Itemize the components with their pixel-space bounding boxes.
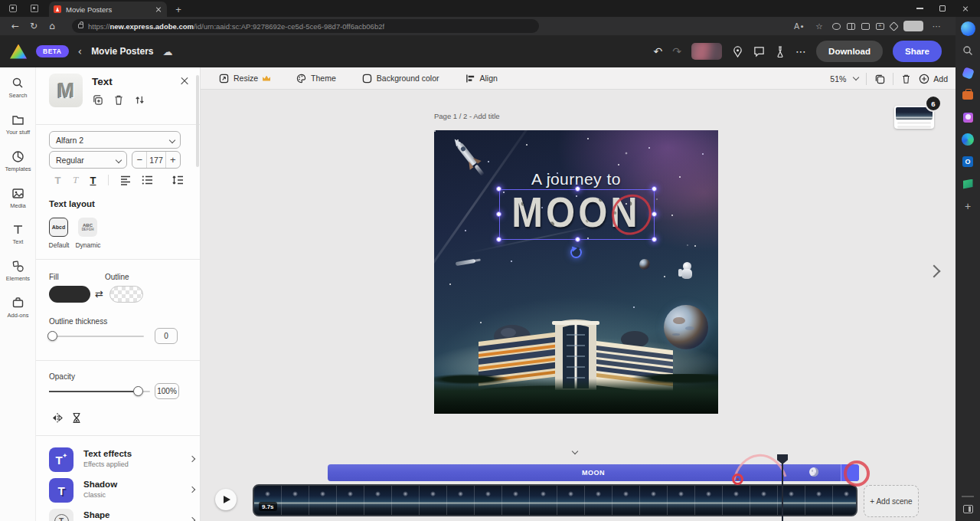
filmstrip-frame[interactable] [530, 486, 557, 515]
zoom-value[interactable]: 51% [830, 74, 846, 84]
filmstrip-frame[interactable] [640, 486, 668, 515]
shape-row[interactable]: T Shape [49, 509, 201, 521]
share-button[interactable]: Share [893, 41, 942, 62]
outline-color-swatch[interactable] [109, 286, 143, 303]
swap-fill-outline-icon[interactable]: ⇄ [95, 288, 103, 300]
align-text-icon[interactable] [119, 175, 132, 185]
document-title[interactable]: Movie Posters [91, 46, 153, 57]
opacity-slider[interactable] [49, 391, 150, 392]
delete-page-icon[interactable] [901, 74, 911, 84]
resize-button[interactable]: Resize [219, 74, 270, 84]
underline-button[interactable]: T [84, 175, 102, 186]
sidebar-item-media[interactable]: Media [0, 187, 36, 209]
tab-actions-icon[interactable] [26, 2, 43, 15]
sidebar-item-text[interactable]: Text [0, 223, 36, 245]
page-label[interactable]: Page 1 / 2 - Add title [434, 112, 500, 120]
panel-close-icon[interactable] [180, 77, 189, 86]
filmstrip-frame[interactable] [585, 486, 612, 515]
sidebar-item-templates[interactable]: Templates [0, 150, 36, 172]
duplicate-icon[interactable] [92, 94, 103, 106]
back-icon[interactable]: ← [6, 21, 24, 31]
settings-more-icon[interactable]: ⋯ [929, 21, 943, 31]
delete-icon[interactable] [113, 94, 124, 106]
credits-chip[interactable] [691, 43, 722, 60]
filmstrip-frame[interactable] [805, 486, 833, 515]
filmstrip-frame[interactable] [392, 486, 420, 515]
hourglass-icon[interactable] [71, 412, 82, 424]
undo-icon[interactable]: ↶ [654, 45, 663, 57]
selection-handle-nw[interactable] [496, 186, 501, 192]
layout-dynamic-tile[interactable]: ABC DEFGH [78, 218, 97, 237]
selection-handle-n[interactable] [575, 186, 580, 192]
collapse-timeline-button[interactable] [569, 449, 581, 457]
tab-close-icon[interactable] [155, 5, 162, 13]
list-icon[interactable] [141, 175, 153, 185]
pages-stack[interactable]: 6 [894, 100, 937, 133]
home-icon[interactable]: ⌂ [43, 21, 61, 31]
sidebar-search-icon[interactable] [960, 43, 975, 58]
favorites-bar-icon[interactable] [861, 23, 870, 30]
add-page-button[interactable]: Add [919, 74, 948, 84]
selection-handle-w[interactable] [496, 211, 501, 217]
playhead[interactable] [782, 457, 783, 521]
layout-default-tile[interactable]: Abcd [49, 218, 68, 237]
filmstrip[interactable]: 9.7s [253, 484, 858, 516]
selection-handle-e[interactable] [652, 211, 657, 217]
tools-icon[interactable] [960, 87, 975, 103]
line-spacing-icon[interactable] [172, 175, 184, 185]
filmstrip-frame[interactable] [309, 486, 337, 515]
designer-icon[interactable] [960, 65, 975, 80]
bold-button[interactable]: T [49, 175, 67, 186]
copilot-icon[interactable] [960, 21, 975, 36]
sidebar-item-add-ons[interactable]: Add-ons [0, 297, 36, 319]
filmstrip-frame[interactable] [557, 486, 585, 515]
customize-sidebar-icon[interactable] [963, 505, 973, 513]
split-screen-icon[interactable] [847, 23, 855, 30]
favorites-icon[interactable]: ☆ [812, 21, 826, 31]
selection-handle-sw[interactable] [496, 237, 501, 242]
people-icon[interactable] [960, 110, 975, 125]
play-button[interactable] [215, 489, 237, 510]
filmstrip-frame[interactable] [364, 486, 392, 515]
more-options-icon[interactable]: ⋯ [795, 45, 806, 57]
slider-thumb[interactable] [47, 331, 57, 341]
filmstrip-frame[interactable] [750, 486, 778, 515]
suggestions-bulb-icon[interactable] [732, 46, 743, 57]
rotate-handle[interactable] [570, 247, 582, 258]
sidebar-item-search[interactable]: Search [0, 77, 36, 99]
comment-icon[interactable] [753, 46, 765, 57]
redo-icon[interactable]: ↷ [672, 45, 681, 57]
zoom-chevron-icon[interactable] [853, 74, 859, 80]
font-size-increase-button[interactable]: + [166, 152, 180, 168]
text-effects-row[interactable]: T✦ Text effects Effects applied [49, 447, 201, 478]
highlighted-extension-icon[interactable] [903, 21, 923, 31]
extension-icon[interactable] [889, 21, 899, 31]
filmstrip-frame[interactable] [475, 486, 502, 515]
panel-scrollbar[interactable] [196, 75, 199, 167]
sidebar-item-elements[interactable]: Elements [0, 260, 36, 282]
next-page-chevron[interactable] [928, 265, 941, 278]
filmstrip-frame[interactable] [723, 486, 750, 515]
outline-thickness-slider[interactable] [49, 336, 144, 337]
new-tab-button[interactable]: + [172, 2, 185, 16]
duplicate-page-icon[interactable] [874, 74, 885, 84]
selection-handle-se[interactable] [652, 237, 657, 242]
sidebar-item-your-stuff[interactable]: Your stuff [0, 113, 36, 136]
beaker-icon[interactable] [775, 46, 786, 57]
filmstrip-frame[interactable] [337, 486, 364, 515]
filmstrip-frame[interactable] [695, 486, 723, 515]
add-scene-button[interactable]: + Add scene [864, 485, 919, 517]
selection-handle-ne[interactable] [652, 186, 657, 192]
close-button[interactable] [954, 0, 977, 17]
maximize-button[interactable] [931, 0, 954, 17]
filmstrip-frame[interactable] [612, 486, 640, 515]
url-bar[interactable]: https://new.express.adobe.com/id/urn:aai… [72, 19, 539, 33]
shopping-icon[interactable] [960, 176, 975, 192]
filmstrip-frame[interactable] [833, 486, 858, 515]
background-color-button[interactable]: Background color [362, 74, 439, 84]
filmstrip-frame[interactable] [420, 486, 447, 515]
adobe-express-logo-icon[interactable] [10, 44, 27, 59]
poster-canvas[interactable]: A journey to MOON [434, 130, 718, 414]
selection-handle-s[interactable] [575, 237, 580, 242]
filmstrip-frame[interactable] [502, 486, 530, 515]
